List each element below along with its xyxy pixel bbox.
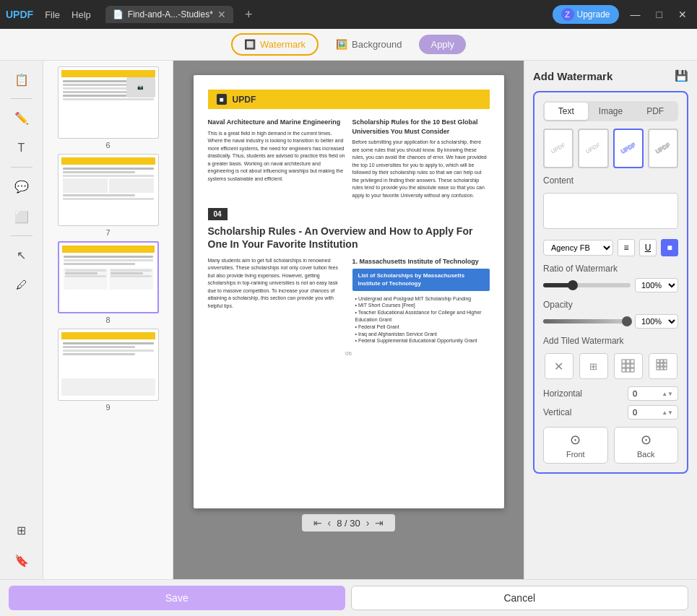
opacity-percent-select[interactable]: 100% (635, 314, 678, 329)
color-format-button[interactable]: ■ (661, 239, 678, 256)
front-button[interactable]: ⊙ Front (543, 427, 608, 464)
svg-rect-9 (657, 360, 659, 363)
thumb-page-9-img[interactable] (58, 329, 159, 401)
content-input-area[interactable] (543, 193, 678, 229)
align-format-button[interactable]: ≡ (618, 239, 635, 256)
tab-text[interactable]: Text (545, 103, 588, 120)
svg-rect-10 (660, 360, 663, 363)
sidebar-icon-bookmark[interactable]: 🔖 (9, 547, 35, 573)
svg-rect-5 (631, 364, 634, 368)
horizontal-label: Horizontal (543, 389, 582, 399)
avatar-z: Z (561, 8, 574, 21)
titlebar-right: Z Upgrade — □ ✕ (553, 5, 692, 24)
prev-page-button[interactable]: ‹ (328, 517, 332, 529)
tiled-2x2-button[interactable]: ⊞ (579, 353, 608, 379)
doc-bottom-right: 1. Massachusetts Institute of Technology… (352, 257, 490, 345)
thumb-page-6-img[interactable]: 📷 (58, 66, 159, 139)
svg-rect-14 (664, 363, 667, 366)
tiled-single-button[interactable]: ✕ (545, 353, 573, 379)
back-icon: ⊙ (641, 432, 651, 448)
wm-preview-1[interactable]: UPDF (543, 129, 573, 168)
sidebar-icon-shapes[interactable]: ⬜ (9, 204, 35, 230)
font-select[interactable]: Agency FB (543, 240, 613, 256)
save-button[interactable]: Save (9, 586, 345, 610)
tiled-3x3-button[interactable] (614, 353, 643, 379)
svg-rect-15 (657, 367, 659, 370)
thumbnail-page-8[interactable]: 8 (49, 241, 167, 324)
cancel-button[interactable]: Cancel (351, 586, 689, 610)
sidebar-icon-annotate[interactable]: 💬 (9, 173, 35, 199)
underline-format-button[interactable]: U (639, 239, 657, 256)
doc-left-heading: Naval Architecture and Marine Engineerin… (208, 118, 345, 127)
thumbnail-page-9[interactable]: 9 (49, 329, 167, 412)
opacity-slider-track[interactable] (543, 319, 631, 324)
vertical-input[interactable]: 0 ▲▼ (628, 405, 678, 420)
upgrade-button[interactable]: Z Upgrade (553, 5, 619, 24)
opacity-section: Opacity 100% (543, 300, 678, 329)
current-page: 8 (337, 518, 342, 529)
action-row: Save Cancel (0, 579, 697, 616)
svg-rect-7 (626, 368, 630, 372)
thumb-num-9: 9 (105, 403, 110, 412)
menu-file[interactable]: File (45, 9, 60, 20)
list-item: Federal Pell Grant (355, 324, 490, 331)
tab-pdf[interactable]: PDF (633, 103, 677, 120)
background-button[interactable]: 🖼️ Background (324, 35, 413, 54)
minimize-button[interactable]: — (626, 7, 645, 22)
watermark-button[interactable]: 🔲 Watermark (231, 33, 319, 56)
tiled-4x4-button[interactable] (649, 353, 677, 379)
wm-preview-3[interactable]: UPDF (613, 129, 644, 168)
first-page-button[interactable]: ⇤ (313, 517, 322, 529)
horizontal-input[interactable]: 0 ▲▼ (628, 386, 678, 401)
sidebar-icon-edit[interactable]: ✏️ (9, 105, 35, 131)
next-page-button[interactable]: › (366, 517, 370, 529)
vertical-stepper[interactable]: ▲▼ (662, 409, 673, 416)
thumb-page-8-img[interactable] (58, 241, 159, 313)
thumbnail-page-6[interactable]: 📷 6 (49, 66, 167, 149)
panel-save-icon[interactable]: 💾 (675, 69, 688, 82)
font-format-row: Agency FB ≡ U ■ (543, 239, 678, 256)
doc-right-heading: Scholarship Rules for the 10 Best Global… (352, 118, 490, 136)
close-button[interactable]: ✕ (674, 7, 691, 22)
wm-preview-2[interactable]: UPDF (578, 129, 608, 168)
sidebar-icon-stamp[interactable]: 🖊 (9, 272, 35, 298)
svg-rect-2 (631, 360, 634, 363)
thumb-num-8: 8 (105, 316, 110, 324)
menu-bar: File Help (45, 9, 91, 20)
thumbnail-page-7[interactable]: 7 (49, 154, 167, 237)
opacity-slider-thumb[interactable] (622, 316, 632, 326)
svg-rect-0 (622, 360, 625, 363)
sidebar-icon-text[interactable]: T (9, 135, 35, 161)
toolbar: 🔲 Watermark 🖼️ Background Apply (0, 29, 697, 61)
horizontal-row: Horizontal 0 ▲▼ (543, 386, 678, 401)
thumb-num-7: 7 (105, 228, 110, 237)
ratio-percent-select[interactable]: 100% (635, 278, 678, 292)
content-section-label: Content (543, 175, 678, 186)
maximize-button[interactable]: □ (652, 7, 667, 22)
menu-help[interactable]: Help (72, 9, 91, 20)
sidebar-icon-layers[interactable]: ⊞ (9, 517, 35, 543)
tab-image[interactable]: Image (589, 103, 633, 120)
panel-title-row: Add Watermark 💾 (533, 69, 688, 82)
back-button[interactable]: ⊙ Back (614, 427, 679, 464)
vertical-label: Vertical (543, 407, 571, 417)
last-page-button[interactable]: ⇥ (375, 517, 384, 529)
wm-preview-4[interactable]: UPDF (648, 129, 678, 168)
close-tab-icon[interactable]: ✕ (217, 9, 226, 20)
opacity-label: Opacity (543, 300, 678, 310)
doc-bottom-left: Many students aim to get full scholarshi… (208, 257, 345, 345)
horizontal-stepper[interactable]: ▲▼ (662, 391, 673, 397)
thumb-page-7-img[interactable] (58, 154, 159, 226)
add-tab-button[interactable]: + (245, 7, 253, 22)
opacity-row: 100% (543, 314, 678, 329)
tab-document-label: Find-and-A...-Studies* (128, 9, 213, 19)
ratio-slider-track[interactable] (543, 283, 631, 287)
svg-rect-16 (660, 367, 663, 370)
ratio-slider-thumb[interactable] (568, 280, 578, 290)
doc-logo-text: UPDF (233, 95, 256, 105)
tiled-2x2-icon: ⊞ (589, 361, 597, 372)
sidebar-icon-pages[interactable]: 📋 (9, 66, 35, 92)
apply-button[interactable]: Apply (419, 35, 466, 54)
page-indicator: 8 / 30 (337, 518, 360, 529)
sidebar-icon-select[interactable]: ↖ (9, 242, 35, 268)
